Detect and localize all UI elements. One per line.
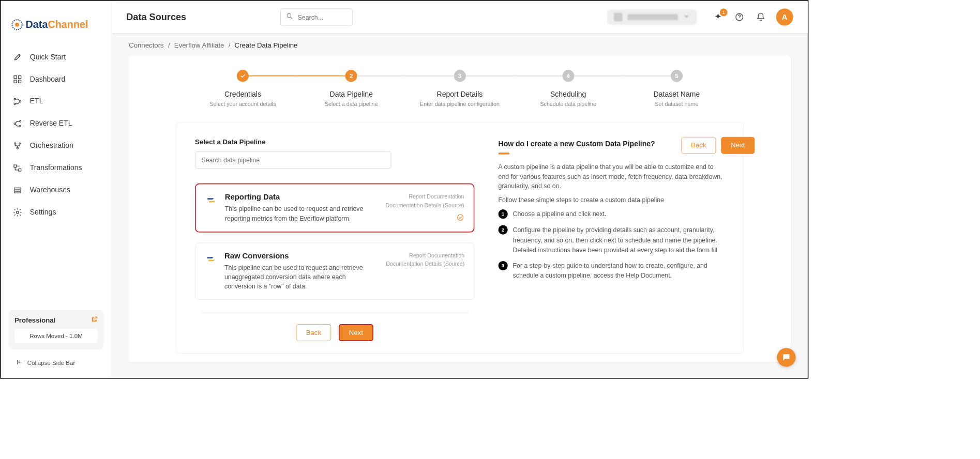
svg-point-6: [14, 98, 16, 100]
orchestration-icon: [13, 141, 22, 150]
global-search[interactable]: [280, 9, 353, 26]
sidebar-item-label: Warehouses: [30, 186, 70, 195]
sidebar: DataChannel Quick Start Dashboard ETL Re…: [1, 1, 112, 378]
check-icon: [237, 70, 249, 82]
sidebar-item-settings[interactable]: Settings: [1, 201, 112, 223]
external-link-icon[interactable]: [91, 316, 98, 325]
logo[interactable]: DataChannel: [1, 9, 112, 47]
logo-icon: [11, 19, 23, 30]
org-switcher[interactable]: [607, 9, 697, 25]
collapse-sidebar[interactable]: Collapse Side Bar: [9, 355, 104, 370]
card-desc: This pipeline can be used to request and…: [224, 263, 370, 291]
reverse-etl-icon: [13, 119, 22, 128]
breadcrumb-everflow[interactable]: Everflow Affiliate: [174, 42, 224, 50]
step-dataset-name[interactable]: 5 Dataset Name Set dataset name: [623, 70, 731, 107]
search-icon: [285, 12, 293, 22]
wizard-panel: Credentials Select your account details …: [129, 55, 791, 362]
breadcrumb-connectors[interactable]: Connectors: [129, 42, 164, 50]
sidebar-item-label: ETL: [30, 97, 43, 106]
svg-point-9: [20, 120, 21, 122]
svg-point-12: [14, 143, 16, 144]
chevron-down-icon: [683, 13, 690, 22]
nav: Quick Start Dashboard ETL Reverse ETL Or…: [1, 46, 112, 310]
card-title: Reporting Data: [225, 193, 379, 202]
rocket-icon: [13, 52, 22, 62]
pipeline-search-input[interactable]: [195, 151, 391, 169]
main: Data Sources 1: [112, 1, 808, 378]
svg-point-11: [14, 123, 16, 125]
svg-rect-3: [18, 76, 21, 79]
svg-rect-17: [14, 188, 21, 189]
sidebar-item-label: Reverse ETL: [30, 119, 72, 128]
section-label: Select a Data Pipeline: [195, 138, 474, 146]
sidebar-item-warehouses[interactable]: Warehouses: [1, 179, 112, 202]
sidebar-item-reverse-etl[interactable]: Reverse ETL: [1, 113, 112, 135]
everflow-icon: [205, 252, 218, 265]
sidebar-item-orchestration[interactable]: Orchestration: [1, 135, 112, 157]
card-doc-source[interactable]: Documentation Details (Source): [386, 259, 464, 268]
collapse-icon: [16, 359, 23, 367]
svg-point-7: [14, 103, 16, 104]
svg-rect-2: [14, 76, 17, 79]
svg-rect-5: [18, 80, 21, 83]
card-desc: This pipeline can be used to request and…: [225, 204, 370, 223]
etl-icon: [13, 97, 22, 106]
step-report-details[interactable]: 3 Report Details Enter data pipeline con…: [405, 70, 514, 107]
svg-point-1: [15, 23, 19, 27]
breadcrumb-current: Create Data Pipeline: [235, 42, 298, 50]
pipeline-card-reporting-data[interactable]: Reporting Data This pipeline can be used…: [195, 183, 474, 232]
sidebar-item-label: Settings: [30, 208, 56, 217]
step-scheduling[interactable]: 4 Scheduling Schedule data pipeline: [514, 70, 623, 107]
step-credentials[interactable]: Credentials Select your account details: [189, 70, 297, 107]
svg-point-10: [20, 125, 21, 127]
svg-rect-16: [19, 169, 21, 172]
transformations-icon: [13, 163, 22, 173]
breadcrumb: Connectors / Everflow Affiliate / Create…: [129, 42, 791, 50]
sidebar-item-label: Quick Start: [30, 53, 66, 62]
grid-icon: [13, 74, 22, 84]
card-doc-source[interactable]: Documentation Details (Source): [385, 201, 464, 209]
logo-text: DataChannel: [26, 19, 88, 30]
plan-name: Professional: [14, 316, 55, 324]
pipeline-select-panel: Select a Data Pipeline Reporting Data Th…: [176, 123, 744, 354]
help-underline: [498, 152, 509, 154]
bell-icon: [756, 12, 765, 22]
next-button-bottom[interactable]: Next: [339, 324, 373, 341]
chat-button[interactable]: [777, 348, 795, 366]
stepper: Credentials Select your account details …: [146, 68, 774, 107]
topbar: Data Sources 1: [112, 1, 808, 34]
chat-icon: [781, 353, 791, 362]
gear-icon: [13, 208, 22, 217]
next-button-top[interactable]: Next: [721, 137, 755, 154]
sidebar-item-etl[interactable]: ETL: [1, 90, 112, 113]
back-button-top[interactable]: Back: [681, 137, 716, 154]
svg-point-21: [287, 13, 291, 17]
svg-point-13: [19, 143, 21, 144]
avatar[interactable]: A: [776, 9, 793, 26]
card-doc-link[interactable]: Report Documentation: [386, 251, 464, 259]
bell-button[interactable]: [755, 11, 766, 23]
sidebar-item-dashboard[interactable]: Dashboard: [1, 68, 112, 90]
sidebar-item-label: Transformations: [30, 164, 82, 173]
divider: [201, 313, 469, 313]
help-panel: How do I create a new Custom Data Pipeli…: [498, 138, 724, 341]
back-button-bottom[interactable]: Back: [296, 324, 331, 341]
help-paragraph: A custom pipeline is a data pipeline tha…: [498, 162, 724, 191]
sidebar-item-quick-start[interactable]: Quick Start: [1, 46, 112, 68]
collapse-label: Collapse Side Bar: [27, 359, 75, 366]
help-icon: [735, 12, 744, 22]
card-doc-link[interactable]: Report Documentation: [385, 193, 464, 201]
step-data-pipeline[interactable]: 2 Data Pipeline Select a data pipeline: [297, 70, 405, 107]
pipeline-card-raw-conversions[interactable]: Raw Conversions This pipeline can be use…: [195, 242, 474, 300]
everflow-icon: [205, 194, 218, 207]
plan-stat: Rows Moved - 1.0M: [14, 329, 98, 343]
svg-point-8: [20, 101, 21, 102]
sidebar-item-transformations[interactable]: Transformations: [1, 157, 112, 179]
svg-rect-19: [14, 192, 21, 193]
global-search-input[interactable]: [298, 13, 348, 21]
sparkle-button[interactable]: 1: [712, 11, 724, 23]
notif-badge: 1: [720, 9, 728, 17]
help-button[interactable]: [733, 11, 745, 23]
selected-check-icon: [385, 213, 464, 221]
help-step: For a step-by-step guide to understand h…: [498, 261, 724, 280]
